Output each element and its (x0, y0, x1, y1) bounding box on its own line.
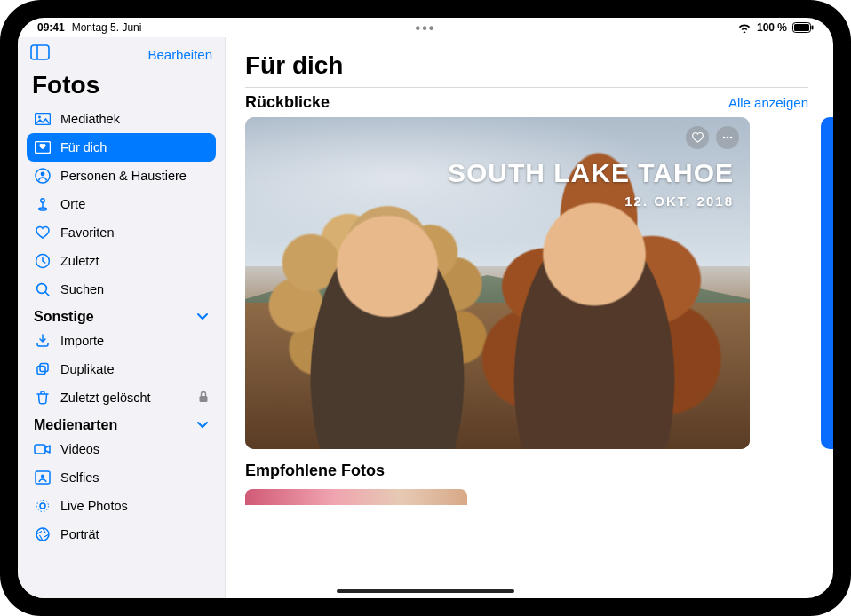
svg-point-10 (41, 199, 44, 202)
sidebar-item-label: Für dich (60, 140, 107, 154)
edit-button[interactable]: Bearbeiten (147, 47, 212, 62)
sidebar-item-label: Duplikate (60, 362, 114, 376)
memories-see-all-link[interactable]: Alle anzeigen (728, 95, 808, 110)
page-title: Für dich (245, 51, 833, 87)
sidebar-item-library[interactable]: Mediathek (27, 105, 216, 133)
sidebar-item-search[interactable]: Suchen (27, 275, 216, 304)
sidebar-item-label: Live Photos (60, 499, 128, 513)
sidebar-item-label: Orte (60, 197, 85, 211)
svg-point-24 (727, 137, 729, 139)
svg-point-19 (41, 475, 44, 478)
home-indicator[interactable] (337, 589, 514, 593)
sidebar-section-label: Medienarten (34, 417, 117, 433)
clock-icon (34, 253, 52, 269)
sidebar-item-label: Porträt (60, 527, 99, 541)
svg-rect-3 (31, 45, 49, 59)
sidebar-toggle-icon[interactable] (30, 44, 50, 64)
svg-rect-2 (812, 26, 814, 30)
memories-row[interactable]: SOUTH LAKE TAHOE 12. OKT. 2018 (245, 117, 833, 449)
selfie-icon (34, 470, 52, 485)
sidebar-item-selfies[interactable]: Selfies (27, 463, 216, 492)
svg-rect-17 (35, 445, 45, 454)
live-photos-icon (34, 498, 52, 514)
svg-rect-16 (200, 396, 208, 402)
sidebar-item-label: Zuletzt gelöscht (60, 391, 151, 405)
status-time: 09:41 (37, 21, 65, 34)
sidebar-item-recents[interactable]: Zuletzt (27, 247, 216, 275)
svg-point-23 (723, 137, 726, 139)
memory-card-next-peek[interactable] (821, 117, 833, 449)
sidebar-item-places[interactable]: Orte (27, 190, 216, 218)
sidebar-item-videos[interactable]: Videos (27, 435, 216, 463)
svg-point-6 (38, 116, 41, 119)
video-icon (34, 443, 52, 455)
sidebar-section-label: Sonstige (34, 309, 94, 325)
svg-rect-15 (40, 364, 48, 372)
sidebar-item-label: Mediathek (60, 112, 120, 126)
sidebar-item-label: Personen & Haustiere (60, 169, 187, 183)
sidebar-item-duplicates[interactable]: Duplikate (27, 355, 216, 383)
status-date: Montag 5. Juni (72, 21, 142, 34)
multitask-dots-icon[interactable]: ••• (416, 20, 436, 36)
svg-point-22 (36, 528, 49, 541)
sidebar-item-imports[interactable]: Importe (27, 327, 216, 355)
svg-point-11 (39, 208, 47, 210)
featured-heading: Empfohlene Fotos (245, 462, 385, 480)
lock-icon (198, 391, 209, 406)
sidebar-item-for-you[interactable]: Für dich (27, 133, 216, 162)
memory-date: 12. OKT. 2018 (448, 193, 734, 209)
library-icon (34, 113, 52, 125)
status-bar: 09:41 Montag 5. Juni ••• 100 % (18, 18, 833, 37)
svg-point-21 (37, 501, 49, 512)
sidebar-item-portrait[interactable]: Porträt (27, 520, 216, 549)
featured-photo-thumb[interactable] (245, 489, 467, 505)
svg-point-9 (41, 172, 45, 177)
for-you-icon (34, 141, 52, 154)
sidebar-item-recently-deleted[interactable]: Zuletzt gelöscht (27, 383, 216, 412)
wifi-icon (737, 22, 752, 33)
chevron-down-icon (196, 417, 209, 433)
aperture-icon (34, 526, 52, 542)
sidebar-item-label: Selfies (60, 470, 99, 485)
sidebar-section-media-types[interactable]: Medienarten (27, 412, 216, 435)
trash-icon (34, 390, 52, 406)
location-pin-icon (34, 196, 52, 212)
svg-point-20 (40, 503, 45, 509)
people-icon (34, 168, 52, 184)
memory-card[interactable]: SOUTH LAKE TAHOE 12. OKT. 2018 (245, 117, 750, 449)
import-icon (34, 333, 52, 349)
sidebar: Bearbeiten Fotos Mediathek Für dich Pers… (18, 37, 226, 598)
sidebar-item-label: Zuletzt (60, 254, 99, 268)
svg-point-25 (730, 137, 733, 139)
svg-rect-14 (37, 367, 45, 375)
heart-icon (34, 225, 52, 240)
battery-text: 100 % (757, 21, 787, 34)
sidebar-section-other[interactable]: Sonstige (27, 304, 216, 327)
memory-more-button[interactable] (716, 126, 739, 149)
memories-heading: Rückblicke (245, 93, 330, 112)
sidebar-item-favorites[interactable]: Favoriten (27, 218, 216, 247)
sidebar-item-people-pets[interactable]: Personen & Haustiere (27, 162, 216, 190)
sidebar-item-label: Favoriten (60, 225, 114, 240)
sidebar-item-label: Videos (60, 442, 99, 456)
sidebar-title: Fotos (27, 69, 216, 105)
duplicates-icon (34, 361, 52, 377)
sidebar-item-live-photos[interactable]: Live Photos (27, 492, 216, 520)
battery-icon (792, 22, 814, 33)
main-content: Für dich Rückblicke Alle anzeigen (226, 37, 833, 598)
memory-title: SOUTH LAKE TAHOE (448, 158, 734, 188)
sidebar-item-label: Importe (60, 334, 104, 348)
ipad-frame: 09:41 Montag 5. Juni ••• 100 % (0, 0, 851, 616)
search-icon (34, 281, 52, 297)
svg-rect-1 (794, 24, 809, 31)
screen: 09:41 Montag 5. Juni ••• 100 % (18, 18, 833, 598)
chevron-down-icon (196, 309, 209, 325)
sidebar-item-label: Suchen (60, 282, 104, 296)
memory-favorite-button[interactable] (686, 126, 709, 149)
